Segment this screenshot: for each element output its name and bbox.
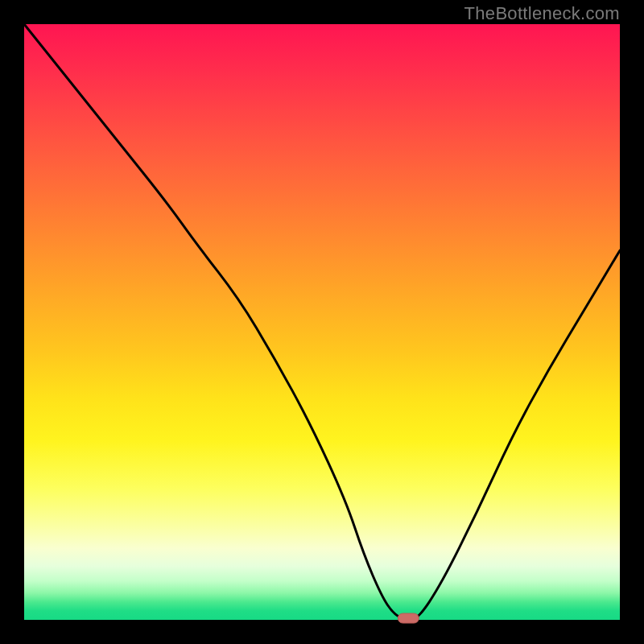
curve-layer	[24, 24, 620, 620]
chart-frame: TheBottleneck.com	[0, 0, 644, 644]
watermark-text: TheBottleneck.com	[464, 3, 620, 24]
plot-area	[24, 24, 620, 620]
curve-minimum-marker	[398, 613, 419, 623]
bottleneck-curve	[24, 24, 620, 620]
